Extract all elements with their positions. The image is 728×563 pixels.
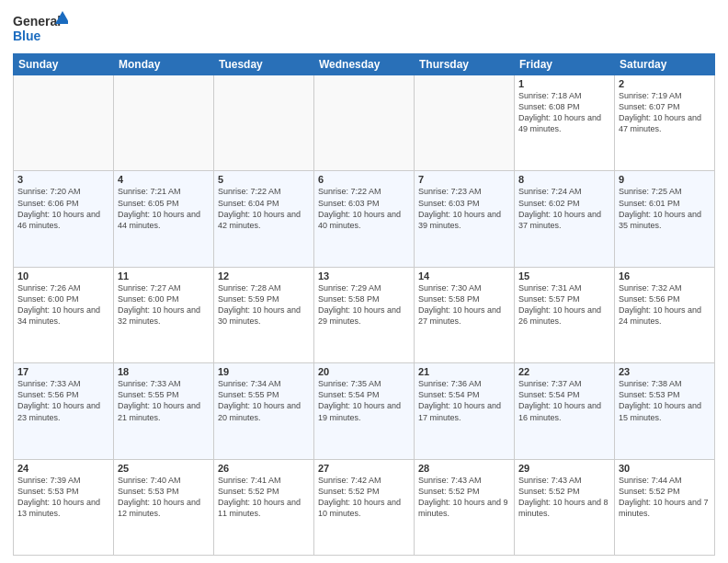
day-number: 13 [318, 270, 410, 282]
calendar-cell: 15Sunrise: 7:31 AM Sunset: 5:57 PM Dayli… [515, 267, 615, 362]
day-number: 20 [318, 366, 410, 377]
calendar-day-header: Wednesday [314, 54, 415, 75]
calendar-cell: 20Sunrise: 7:35 AM Sunset: 5:54 PM Dayli… [314, 363, 415, 459]
calendar-cell: 19Sunrise: 7:34 AM Sunset: 5:55 PM Dayli… [214, 363, 314, 459]
calendar-cell: 8Sunrise: 7:24 AM Sunset: 6:02 PM Daylig… [515, 171, 615, 267]
day-number: 8 [518, 174, 610, 185]
day-info: Sunrise: 7:38 AM Sunset: 5:53 PM Dayligh… [619, 378, 711, 423]
calendar-cell: 23Sunrise: 7:38 AM Sunset: 5:53 PM Dayli… [615, 363, 715, 459]
day-info: Sunrise: 7:26 AM Sunset: 6:00 PM Dayligh… [17, 282, 109, 327]
day-info: Sunrise: 7:40 AM Sunset: 5:53 PM Dayligh… [118, 475, 210, 520]
calendar-header-row: SundayMondayTuesdayWednesdayThursdayFrid… [14, 54, 715, 75]
calendar-day-header: Saturday [615, 54, 715, 75]
calendar-day-header: Tuesday [214, 54, 314, 75]
day-number: 30 [619, 463, 711, 474]
day-info: Sunrise: 7:30 AM Sunset: 5:58 PM Dayligh… [418, 282, 510, 327]
day-info: Sunrise: 7:31 AM Sunset: 5:57 PM Dayligh… [518, 282, 610, 327]
day-info: Sunrise: 7:37 AM Sunset: 5:54 PM Dayligh… [518, 378, 610, 423]
calendar-cell: 10Sunrise: 7:26 AM Sunset: 6:00 PM Dayli… [14, 267, 114, 362]
day-number: 15 [518, 270, 610, 282]
day-info: Sunrise: 7:25 AM Sunset: 6:01 PM Dayligh… [619, 186, 711, 231]
day-info: Sunrise: 7:22 AM Sunset: 6:04 PM Dayligh… [218, 186, 310, 231]
day-number: 21 [418, 366, 510, 377]
day-number: 14 [418, 270, 510, 282]
day-number: 5 [218, 174, 310, 185]
day-info: Sunrise: 7:33 AM Sunset: 5:55 PM Dayligh… [118, 378, 210, 423]
day-info: Sunrise: 7:36 AM Sunset: 5:54 PM Dayligh… [418, 378, 510, 423]
day-number: 7 [418, 174, 510, 185]
day-info: Sunrise: 7:27 AM Sunset: 6:00 PM Dayligh… [118, 282, 210, 327]
calendar-cell: 11Sunrise: 7:27 AM Sunset: 6:00 PM Dayli… [114, 267, 214, 362]
calendar-cell: 28Sunrise: 7:43 AM Sunset: 5:52 PM Dayli… [415, 459, 515, 555]
calendar-week-row: 10Sunrise: 7:26 AM Sunset: 6:00 PM Dayli… [14, 267, 715, 362]
day-number: 4 [118, 174, 210, 185]
calendar-cell: 25Sunrise: 7:40 AM Sunset: 5:53 PM Dayli… [114, 459, 214, 555]
calendar-cell: 6Sunrise: 7:22 AM Sunset: 6:03 PM Daylig… [314, 171, 415, 267]
day-info: Sunrise: 7:35 AM Sunset: 5:54 PM Dayligh… [318, 378, 410, 423]
day-info: Sunrise: 7:18 AM Sunset: 6:08 PM Dayligh… [518, 90, 610, 135]
calendar-cell: 3Sunrise: 7:20 AM Sunset: 6:06 PM Daylig… [14, 171, 114, 267]
calendar-day-header: Sunday [14, 54, 114, 75]
calendar-cell: 24Sunrise: 7:39 AM Sunset: 5:53 PM Dayli… [14, 459, 114, 555]
calendar-week-row: 24Sunrise: 7:39 AM Sunset: 5:53 PM Dayli… [14, 459, 715, 555]
day-number: 18 [118, 366, 210, 377]
calendar-day-header: Thursday [415, 54, 515, 75]
calendar-cell: 13Sunrise: 7:29 AM Sunset: 5:58 PM Dayli… [314, 267, 415, 362]
day-info: Sunrise: 7:28 AM Sunset: 5:59 PM Dayligh… [218, 282, 310, 327]
day-info: Sunrise: 7:39 AM Sunset: 5:53 PM Dayligh… [17, 475, 109, 520]
day-number: 3 [17, 174, 109, 185]
day-number: 22 [518, 366, 610, 377]
calendar-cell: 27Sunrise: 7:42 AM Sunset: 5:52 PM Dayli… [314, 459, 415, 555]
day-info: Sunrise: 7:33 AM Sunset: 5:56 PM Dayligh… [17, 378, 109, 423]
calendar-cell: 5Sunrise: 7:22 AM Sunset: 6:04 PM Daylig… [214, 171, 314, 267]
day-number: 2 [619, 78, 711, 89]
calendar-cell: 7Sunrise: 7:23 AM Sunset: 6:03 PM Daylig… [415, 171, 515, 267]
day-number: 10 [17, 270, 109, 282]
day-number: 6 [318, 174, 410, 185]
calendar-cell [214, 75, 314, 171]
calendar-cell: 12Sunrise: 7:28 AM Sunset: 5:59 PM Dayli… [214, 267, 314, 362]
calendar-cell: 14Sunrise: 7:30 AM Sunset: 5:58 PM Dayli… [415, 267, 515, 362]
calendar-cell [114, 75, 214, 171]
day-number: 26 [218, 463, 310, 474]
day-number: 29 [518, 463, 610, 474]
calendar-cell: 26Sunrise: 7:41 AM Sunset: 5:52 PM Dayli… [214, 459, 314, 555]
calendar-week-row: 3Sunrise: 7:20 AM Sunset: 6:06 PM Daylig… [14, 171, 715, 267]
day-info: Sunrise: 7:44 AM Sunset: 5:52 PM Dayligh… [619, 475, 711, 520]
day-info: Sunrise: 7:43 AM Sunset: 5:52 PM Dayligh… [418, 475, 510, 520]
calendar-cell: 18Sunrise: 7:33 AM Sunset: 5:55 PM Dayli… [114, 363, 214, 459]
header: General Blue [13, 9, 715, 48]
calendar-cell: 16Sunrise: 7:32 AM Sunset: 5:56 PM Dayli… [615, 267, 715, 362]
day-number: 12 [218, 270, 310, 282]
calendar-cell [415, 75, 515, 171]
day-info: Sunrise: 7:21 AM Sunset: 6:05 PM Dayligh… [118, 186, 210, 231]
day-info: Sunrise: 7:29 AM Sunset: 5:58 PM Dayligh… [318, 282, 410, 327]
day-number: 16 [619, 270, 711, 282]
day-number: 9 [619, 174, 711, 185]
day-info: Sunrise: 7:23 AM Sunset: 6:03 PM Dayligh… [418, 186, 510, 231]
logo: General Blue [13, 9, 68, 48]
day-info: Sunrise: 7:20 AM Sunset: 6:06 PM Dayligh… [17, 186, 109, 231]
calendar-cell: 2Sunrise: 7:19 AM Sunset: 6:07 PM Daylig… [615, 75, 715, 171]
page: General Blue SundayMondayTuesdayWednesda… [0, 0, 728, 563]
calendar-day-header: Monday [114, 54, 214, 75]
day-info: Sunrise: 7:24 AM Sunset: 6:02 PM Dayligh… [518, 186, 610, 231]
day-info: Sunrise: 7:43 AM Sunset: 5:52 PM Dayligh… [518, 475, 610, 520]
calendar-cell: 29Sunrise: 7:43 AM Sunset: 5:52 PM Dayli… [515, 459, 615, 555]
day-number: 28 [418, 463, 510, 474]
calendar-week-row: 17Sunrise: 7:33 AM Sunset: 5:56 PM Dayli… [14, 363, 715, 459]
calendar-cell: 4Sunrise: 7:21 AM Sunset: 6:05 PM Daylig… [114, 171, 214, 267]
day-number: 24 [17, 463, 109, 474]
day-number: 23 [619, 366, 711, 377]
day-info: Sunrise: 7:19 AM Sunset: 6:07 PM Dayligh… [619, 90, 711, 135]
day-info: Sunrise: 7:22 AM Sunset: 6:03 PM Dayligh… [318, 186, 410, 231]
day-number: 11 [118, 270, 210, 282]
day-number: 1 [518, 78, 610, 89]
svg-text:General: General [13, 14, 61, 29]
day-info: Sunrise: 7:42 AM Sunset: 5:52 PM Dayligh… [318, 475, 410, 520]
calendar-cell: 21Sunrise: 7:36 AM Sunset: 5:54 PM Dayli… [415, 363, 515, 459]
calendar-cell [314, 75, 415, 171]
calendar-table: SundayMondayTuesdayWednesdayThursdayFrid… [13, 53, 715, 556]
day-number: 19 [218, 366, 310, 377]
calendar-cell: 22Sunrise: 7:37 AM Sunset: 5:54 PM Dayli… [515, 363, 615, 459]
